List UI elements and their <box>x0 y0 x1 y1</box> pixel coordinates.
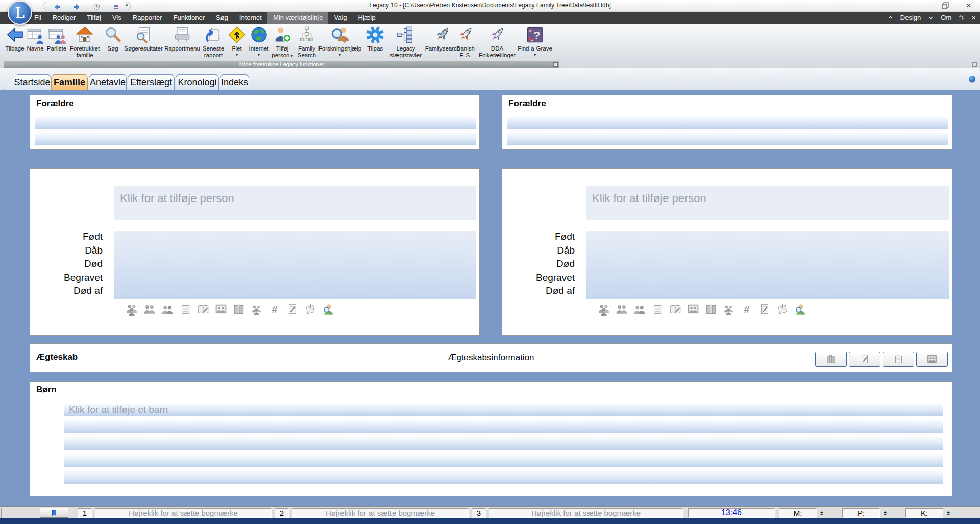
design-menu[interactable]: Design <box>900 14 921 21</box>
marriage-info-label[interactable]: Ægteskabsinformation <box>30 353 952 363</box>
help-button[interactable] <box>969 76 975 82</box>
bookmark-button[interactable] <box>40 508 68 518</box>
tab-efterslægt[interactable]: Efterslægt <box>128 74 175 90</box>
parent-row[interactable] <box>507 117 948 129</box>
marriage-notepad-button[interactable] <box>883 352 914 367</box>
marriage-photo-button[interactable] <box>916 352 948 367</box>
todo-icon[interactable] <box>776 303 789 316</box>
document-edit-icon[interactable] <box>286 303 299 316</box>
group-icon[interactable] <box>722 303 736 316</box>
menu-hj-lp[interactable]: Hjælp <box>353 11 381 24</box>
menu-valg[interactable]: Valg <box>328 11 352 24</box>
parents-icon[interactable] <box>615 303 628 316</box>
people-icon[interactable] <box>113 3 119 10</box>
menu-rapporter[interactable]: Rapporter <box>127 11 168 24</box>
event-data-box[interactable] <box>586 231 949 299</box>
toolbar-button-dda[interactable]: DDA Folketællinger <box>479 26 516 58</box>
minimize-button[interactable]: — <box>918 2 926 10</box>
collapse-ribbon-icon[interactable] <box>887 14 894 21</box>
todo-icon[interactable] <box>304 303 317 316</box>
toolbar-button-forskningshj-lp[interactable]: Forskningshjælp▾ <box>318 26 361 57</box>
plusminus-label[interactable]: ± <box>817 510 827 516</box>
menu-vis[interactable]: Vis <box>107 11 127 24</box>
toolbar-button-parliste[interactable]: Parliste <box>47 26 66 52</box>
close-button[interactable]: × <box>965 2 973 10</box>
hashtag-icon[interactable]: # <box>268 303 281 316</box>
toolbar-button-seneste[interactable]: Seneste rapport <box>203 26 224 58</box>
legacy-logo[interactable]: L <box>8 1 32 25</box>
event-data-box[interactable] <box>114 231 476 299</box>
research-person-icon[interactable] <box>322 303 335 316</box>
plusminus-label[interactable]: ± <box>880 510 890 516</box>
family-group-icon[interactable] <box>597 303 610 316</box>
parent-row[interactable] <box>507 133 948 145</box>
parents-panel-left[interactable]: Forældre <box>30 95 480 150</box>
research-person-icon[interactable] <box>794 303 807 316</box>
parent-row[interactable] <box>35 117 476 129</box>
child-row[interactable] <box>64 420 943 433</box>
child-row[interactable] <box>64 437 943 450</box>
toolbar-button-tilbage[interactable]: Tilbage <box>5 26 24 52</box>
menu-s-g[interactable]: Søg <box>210 11 234 24</box>
group-launcher-button[interactable] <box>553 62 558 67</box>
hashtag-icon[interactable]: # <box>740 303 753 316</box>
books-icon[interactable] <box>232 303 246 316</box>
parent-row[interactable] <box>35 133 476 145</box>
child-row[interactable] <box>64 455 943 467</box>
toolbar-button-s-g[interactable]: Søg <box>104 26 122 52</box>
document-edit-icon[interactable] <box>758 303 771 316</box>
toolbar-button-internet[interactable]: Internet▾ <box>249 26 269 57</box>
menu-min-v-rkt-jslinje[interactable]: Min værktøjslinje <box>267 11 329 24</box>
marriage-books-button[interactable] <box>815 352 847 367</box>
toolbar-button-tilf-j[interactable]: Tilføj person ▾ <box>272 26 292 59</box>
photo-icon[interactable] <box>687 303 700 316</box>
add-person-box[interactable]: Klik for at tilføje person <box>586 186 949 220</box>
family-group-icon[interactable] <box>125 303 138 316</box>
tab-startside[interactable]: Startside <box>4 74 51 90</box>
toolbar-button-danish[interactable]: Danish F. S. <box>456 26 475 58</box>
menu-tilf-j[interactable]: Tilføj <box>81 11 107 24</box>
tab-familie[interactable]: Familie <box>51 74 88 90</box>
child-row[interactable] <box>64 471 943 484</box>
bookmark-slot[interactable]: Højreklik for at sætte bogmærke <box>489 508 683 518</box>
toolbar-button-tilpas[interactable]: Tilpas <box>366 26 384 52</box>
book-edit-icon[interactable] <box>197 303 210 316</box>
marriage-document-edit-button[interactable] <box>849 352 880 367</box>
add-person-box[interactable]: Klik for at tilføje person <box>114 186 476 220</box>
toolbar-button-rapportmenu[interactable]: Rapportmenu <box>164 26 200 52</box>
forward-icon[interactable] <box>74 3 80 10</box>
toolbar-button-foretrukket[interactable]: Foretrukket familie <box>70 26 100 58</box>
add-child-row[interactable]: Klik for at tilføje et barn <box>64 404 943 416</box>
tab-indeks[interactable]: Indeks <box>220 74 249 90</box>
menu-rediger[interactable]: Rediger <box>47 11 82 24</box>
couple-icon[interactable] <box>161 303 174 316</box>
om-menu[interactable]: Om <box>941 14 951 21</box>
book-edit-icon[interactable] <box>669 303 682 316</box>
parents-icon[interactable] <box>143 303 156 316</box>
toolbar-button-flet[interactable]: Flet▾ <box>228 26 246 57</box>
clock-icon[interactable] <box>93 3 100 10</box>
restore-window-icon[interactable] <box>958 14 965 21</box>
toolbar-button-legacy[interactable]: Legacy slægtstavler <box>390 26 422 58</box>
menu-funktioner[interactable]: Funktioner <box>168 11 210 24</box>
toolbar-button-s-geresultater[interactable]: Søgeresultater <box>124 26 162 52</box>
books-icon[interactable] <box>704 303 718 316</box>
couple-icon[interactable] <box>633 303 646 316</box>
photo-icon[interactable] <box>214 303 228 316</box>
menu-internet[interactable]: Internet <box>234 11 267 24</box>
notepad-icon[interactable] <box>651 303 664 316</box>
toolbar-button-family[interactable]: Family Search <box>298 26 316 58</box>
toolbar-button-navne[interactable]: Navne <box>26 26 44 52</box>
back-icon[interactable] <box>54 3 61 10</box>
toolbar-button-find-a-grave[interactable]: ?Find-a-Grave▾ <box>518 26 552 57</box>
bookmark-slot[interactable]: Højreklik for at sætte bogmærke <box>95 508 272 518</box>
parents-panel-right[interactable]: Forældre <box>502 95 952 150</box>
group-icon[interactable] <box>250 303 263 316</box>
tab-anetavle[interactable]: Anetavle <box>89 74 127 90</box>
notepad-icon[interactable] <box>179 303 192 316</box>
restore-button[interactable] <box>941 2 949 10</box>
close-window-icon[interactable]: × <box>971 13 976 22</box>
toolbar-button-familysearch[interactable]: Familysearch <box>425 26 460 52</box>
ribbon-corner-button[interactable] <box>972 62 977 67</box>
tab-kronologi[interactable]: Kronologi <box>176 74 219 90</box>
